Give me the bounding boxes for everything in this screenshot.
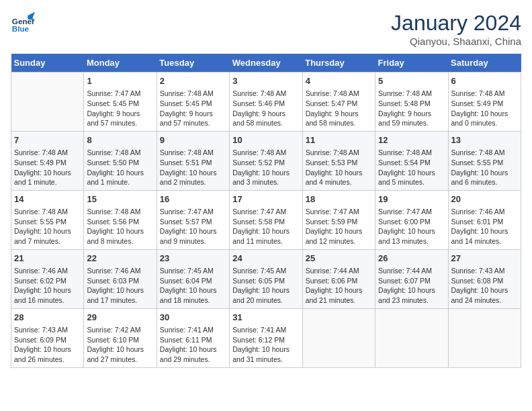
logo: General Blue [11,11,35,35]
calendar-cell: 22Sunrise: 7:46 AM Sunset: 6:03 PM Dayli… [84,249,157,308]
day-number: 19 [378,193,445,205]
calendar-cell: 1Sunrise: 7:47 AM Sunset: 5:45 PM Daylig… [84,73,157,132]
cell-info: Sunrise: 7:48 AM Sunset: 5:48 PM Dayligh… [378,89,445,128]
day-number: 9 [160,134,226,146]
day-number: 30 [160,312,226,324]
day-number: 4 [306,75,372,87]
calendar-cell: 29Sunrise: 7:42 AM Sunset: 6:10 PM Dayli… [84,308,157,367]
weekday-header-friday: Friday [375,54,448,73]
cell-info: Sunrise: 7:47 AM Sunset: 5:58 PM Dayligh… [232,207,299,246]
calendar-cell: 21Sunrise: 7:46 AM Sunset: 6:02 PM Dayli… [11,249,84,308]
cell-info: Sunrise: 7:41 AM Sunset: 6:11 PM Dayligh… [160,325,226,365]
title-block: January 2024 Qianyou, Shaanxi, China [391,11,521,47]
cell-info: Sunrise: 7:44 AM Sunset: 6:06 PM Dayligh… [306,266,372,306]
calendar-cell: 6Sunrise: 7:48 AM Sunset: 5:49 PM Daylig… [448,73,521,132]
day-number: 6 [451,75,518,87]
location: Qianyou, Shaanxi, China [391,36,521,47]
day-number: 10 [232,134,299,146]
svg-text:Blue: Blue [12,24,30,33]
logo-icon: General Blue [11,11,35,35]
cell-info: Sunrise: 7:45 AM Sunset: 6:05 PM Dayligh… [232,266,299,306]
calendar-cell [302,308,375,367]
day-number: 23 [160,253,226,265]
day-number: 27 [451,253,518,265]
calendar-cell: 28Sunrise: 7:43 AM Sunset: 6:09 PM Dayli… [11,308,84,367]
day-number: 7 [14,134,81,146]
cell-info: Sunrise: 7:48 AM Sunset: 5:55 PM Dayligh… [14,207,81,246]
calendar-cell: 10Sunrise: 7:48 AM Sunset: 5:52 PM Dayli… [230,131,302,190]
calendar-cell [448,308,521,367]
day-number: 1 [87,75,153,87]
cell-info: Sunrise: 7:48 AM Sunset: 5:53 PM Dayligh… [306,148,372,187]
cell-info: Sunrise: 7:43 AM Sunset: 6:08 PM Dayligh… [451,266,518,306]
week-row-1: 7Sunrise: 7:48 AM Sunset: 5:49 PM Daylig… [11,131,521,190]
cell-info: Sunrise: 7:46 AM Sunset: 6:02 PM Dayligh… [14,266,81,306]
day-number: 12 [378,134,445,146]
day-number: 8 [87,134,153,146]
calendar-cell [375,308,448,367]
calendar-cell: 27Sunrise: 7:43 AM Sunset: 6:08 PM Dayli… [448,249,521,308]
day-number: 13 [451,134,518,146]
calendar-cell: 25Sunrise: 7:44 AM Sunset: 6:06 PM Dayli… [302,249,375,308]
weekday-header-sunday: Sunday [11,54,84,73]
cell-info: Sunrise: 7:47 AM Sunset: 6:00 PM Dayligh… [378,207,445,246]
day-number: 16 [160,193,226,205]
calendar-cell: 13Sunrise: 7:48 AM Sunset: 5:55 PM Dayli… [448,131,521,190]
cell-info: Sunrise: 7:47 AM Sunset: 5:45 PM Dayligh… [87,89,153,128]
calendar-cell: 16Sunrise: 7:47 AM Sunset: 5:57 PM Dayli… [157,190,229,249]
day-number: 25 [306,253,372,265]
calendar-cell: 11Sunrise: 7:48 AM Sunset: 5:53 PM Dayli… [302,131,375,190]
day-number: 21 [14,253,81,265]
day-number: 15 [87,193,153,205]
cell-info: Sunrise: 7:42 AM Sunset: 6:10 PM Dayligh… [87,325,153,365]
weekday-header-row: SundayMondayTuesdayWednesdayThursdayFrid… [11,54,521,73]
week-row-4: 28Sunrise: 7:43 AM Sunset: 6:09 PM Dayli… [11,308,521,367]
weekday-header-saturday: Saturday [448,54,521,73]
calendar-cell [11,73,84,132]
cell-info: Sunrise: 7:48 AM Sunset: 5:50 PM Dayligh… [87,148,153,187]
cell-info: Sunrise: 7:45 AM Sunset: 6:04 PM Dayligh… [160,266,226,306]
weekday-header-monday: Monday [84,54,157,73]
day-number: 14 [14,193,81,205]
weekday-header-tuesday: Tuesday [157,54,229,73]
day-number: 31 [232,312,299,324]
day-number: 17 [232,193,299,205]
calendar-cell: 15Sunrise: 7:48 AM Sunset: 5:56 PM Dayli… [84,190,157,249]
day-number: 18 [306,193,372,205]
calendar-cell: 31Sunrise: 7:41 AM Sunset: 6:12 PM Dayli… [230,308,302,367]
cell-info: Sunrise: 7:48 AM Sunset: 5:56 PM Dayligh… [87,207,153,246]
calendar-cell: 24Sunrise: 7:45 AM Sunset: 6:05 PM Dayli… [230,249,302,308]
weekday-header-wednesday: Wednesday [230,54,302,73]
calendar-cell: 26Sunrise: 7:44 AM Sunset: 6:07 PM Dayli… [375,249,448,308]
cell-info: Sunrise: 7:48 AM Sunset: 5:45 PM Dayligh… [160,89,226,128]
calendar-cell: 4Sunrise: 7:48 AM Sunset: 5:47 PM Daylig… [302,73,375,132]
calendar-cell: 14Sunrise: 7:48 AM Sunset: 5:55 PM Dayli… [11,190,84,249]
calendar-cell: 19Sunrise: 7:47 AM Sunset: 6:00 PM Dayli… [375,190,448,249]
calendar-cell: 12Sunrise: 7:48 AM Sunset: 5:54 PM Dayli… [375,131,448,190]
cell-info: Sunrise: 7:48 AM Sunset: 5:54 PM Dayligh… [378,148,445,187]
calendar-cell: 3Sunrise: 7:48 AM Sunset: 5:46 PM Daylig… [230,73,302,132]
day-number: 20 [451,193,518,205]
cell-info: Sunrise: 7:47 AM Sunset: 5:57 PM Dayligh… [160,207,226,246]
calendar-cell: 8Sunrise: 7:48 AM Sunset: 5:50 PM Daylig… [84,131,157,190]
calendar-cell: 23Sunrise: 7:45 AM Sunset: 6:04 PM Dayli… [157,249,229,308]
day-number: 22 [87,253,153,265]
cell-info: Sunrise: 7:43 AM Sunset: 6:09 PM Dayligh… [14,325,81,365]
week-row-0: 1Sunrise: 7:47 AM Sunset: 5:45 PM Daylig… [11,73,521,132]
calendar-cell: 2Sunrise: 7:48 AM Sunset: 5:45 PM Daylig… [157,73,229,132]
cell-info: Sunrise: 7:48 AM Sunset: 5:52 PM Dayligh… [232,148,299,187]
cell-info: Sunrise: 7:48 AM Sunset: 5:49 PM Dayligh… [14,148,81,187]
day-number: 2 [160,75,226,87]
month-title: January 2024 [391,11,521,36]
day-number: 3 [232,75,299,87]
day-number: 28 [14,312,81,324]
weekday-header-thursday: Thursday [302,54,375,73]
cell-info: Sunrise: 7:48 AM Sunset: 5:49 PM Dayligh… [451,89,518,128]
calendar-cell: 17Sunrise: 7:47 AM Sunset: 5:58 PM Dayli… [230,190,302,249]
cell-info: Sunrise: 7:48 AM Sunset: 5:47 PM Dayligh… [306,89,372,128]
cell-info: Sunrise: 7:47 AM Sunset: 5:59 PM Dayligh… [306,207,372,246]
day-number: 29 [87,312,153,324]
cell-info: Sunrise: 7:48 AM Sunset: 5:46 PM Dayligh… [232,89,299,128]
day-number: 24 [232,253,299,265]
cell-info: Sunrise: 7:48 AM Sunset: 5:55 PM Dayligh… [451,148,518,187]
